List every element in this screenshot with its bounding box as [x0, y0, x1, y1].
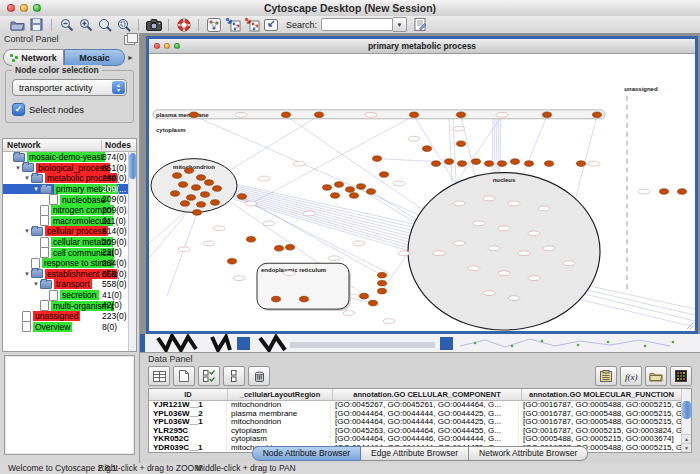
network-node-label[interactable] [453, 201, 465, 206]
table-row[interactable]: YKR052Ccytoplasm[GO:0044464, GO:0044446,… [149, 435, 682, 444]
zoom-out-icon[interactable] [57, 17, 76, 32]
network-node-label[interactable] [383, 319, 395, 324]
network-node[interactable] [205, 180, 214, 186]
network-node-label[interactable] [543, 246, 555, 251]
background-window[interactable] [140, 334, 700, 352]
tab-network-attribute-browser[interactable]: Network Attribute Browser [469, 446, 588, 461]
network-node-label[interactable] [496, 112, 508, 117]
network-node-label[interactable] [293, 161, 305, 166]
search-input[interactable] [321, 18, 393, 31]
network-node-label[interactable] [508, 201, 520, 206]
import-network-icon[interactable] [261, 17, 280, 32]
select-attributes-icon[interactable] [148, 366, 170, 386]
network-node-label[interactable] [508, 296, 520, 301]
network-node[interactable] [678, 189, 687, 195]
function-builder-icon[interactable]: f(x) [620, 366, 642, 386]
network-node-label[interactable] [328, 256, 340, 261]
network-node-label[interactable] [468, 266, 480, 271]
table-scrollbar[interactable]: ▲ ▼ [681, 389, 691, 452]
network-node-label[interactable] [453, 126, 465, 131]
tree-item-transport[interactable]: ▼transport558(0) [3, 279, 129, 290]
tree-item-cell-communicat[interactable]: cell communicat22(0) [3, 247, 129, 258]
network-zoom-button[interactable] [174, 43, 180, 49]
network-node-label[interactable] [245, 201, 257, 206]
tree-item-metabolic-process[interactable]: ▼metabolic process280(0) [3, 173, 129, 184]
network-node[interactable] [457, 141, 466, 147]
network-node[interactable] [472, 159, 481, 165]
network-node-label[interactable] [483, 291, 495, 296]
network-node[interactable] [323, 185, 332, 191]
network-node-label[interactable] [473, 221, 485, 226]
network-minimize-button[interactable] [164, 43, 170, 49]
network-node[interactable] [380, 172, 389, 178]
disclosure-triangle-icon[interactable]: ▼ [14, 165, 22, 171]
network-overview-icon[interactable] [204, 17, 223, 32]
birds-eye-view[interactable] [4, 355, 135, 455]
tab-network[interactable]: Network [3, 49, 64, 66]
network-node[interactable] [247, 237, 256, 243]
network-node[interactable] [197, 175, 206, 181]
disclosure-triangle-icon[interactable]: ▼ [23, 271, 31, 277]
network-node[interactable] [498, 161, 507, 167]
disclosure-triangle-icon[interactable]: ▼ [32, 186, 40, 192]
open-icon[interactable] [8, 17, 27, 32]
search-dropdown-button[interactable]: ▼ [393, 17, 407, 32]
tab-edge-attribute-browser[interactable]: Edge Attribute Browser [361, 446, 469, 461]
network-node-label[interactable] [588, 161, 600, 166]
network-node-label[interactable] [498, 226, 510, 231]
network-node[interactable] [213, 186, 222, 192]
tab-node-attribute-browser[interactable]: Node Attribute Browser [252, 446, 361, 461]
network-node[interactable] [315, 112, 324, 118]
zoom-fit-icon[interactable] [95, 17, 114, 32]
disclosure-triangle-icon[interactable]: ▼ [32, 281, 40, 287]
import-attributes-icon[interactable] [645, 366, 667, 386]
network-node[interactable] [181, 201, 190, 207]
network-canvas[interactable]: plasma membrane cytoplasm mitochondrion … [149, 54, 695, 331]
network-node[interactable] [660, 189, 669, 195]
network-node-label[interactable] [518, 251, 530, 256]
network-node[interactable] [192, 185, 201, 191]
tree-scrollbar-thumb[interactable] [129, 153, 136, 179]
disclosure-triangle-icon[interactable]: ▼ [23, 228, 31, 234]
network-node[interactable] [360, 293, 369, 299]
tree-item-cellular-metabo[interactable]: cellular metabo209(0) [3, 237, 129, 248]
network-node[interactable] [378, 272, 387, 278]
disclosure-triangle-icon[interactable]: ▼ [23, 175, 31, 181]
network-node[interactable] [423, 146, 432, 152]
table-column-header[interactable]: _cellularLayoutRegion [228, 389, 333, 400]
network-node-label[interactable] [563, 261, 575, 266]
network-node[interactable] [228, 258, 237, 264]
tab-mosaic[interactable]: Mosaic [64, 49, 125, 66]
network-node-label[interactable] [398, 251, 410, 256]
tree-item-secretion[interactable]: secretion41(0) [3, 290, 129, 301]
network-node[interactable] [378, 288, 387, 294]
network-node[interactable] [373, 156, 382, 162]
network-node[interactable] [369, 300, 378, 306]
network-node[interactable] [238, 194, 247, 200]
scroll-up-button[interactable]: ▲ [682, 434, 691, 443]
network-node[interactable] [346, 187, 355, 193]
network-node-label[interactable] [213, 226, 225, 231]
network-node-label[interactable] [365, 112, 377, 117]
network-node-label[interactable] [488, 246, 500, 251]
network-node-label[interactable] [498, 271, 510, 276]
network-node[interactable] [286, 245, 295, 251]
network-node[interactable] [187, 195, 196, 201]
tree-item-primary-metabo[interactable]: ▼primary metabo209(... [3, 184, 129, 195]
table-column-header[interactable]: annotation.GO CELLULAR_COMPONENT [333, 389, 522, 400]
network-node-label[interactable] [353, 241, 365, 246]
network-node-label[interactable] [528, 231, 540, 236]
tree-item-macromolecule[interactable]: macromolecule311(0) [3, 216, 129, 227]
network-node[interactable] [190, 112, 199, 118]
network-node-label[interactable] [483, 196, 495, 201]
network-node[interactable] [282, 112, 291, 118]
first-neighbors-icon[interactable] [223, 17, 242, 32]
network-node[interactable] [350, 193, 359, 199]
network-node[interactable] [432, 161, 441, 167]
network-node[interactable] [300, 296, 309, 302]
network-node[interactable] [272, 296, 281, 302]
network-node-label[interactable] [433, 251, 445, 256]
unselect-all-attributes-icon[interactable] [223, 366, 245, 386]
table-column-header[interactable]: annotation.GO MOLECULAR_FUNCTION [522, 389, 682, 400]
network-node-label[interactable] [528, 276, 540, 281]
